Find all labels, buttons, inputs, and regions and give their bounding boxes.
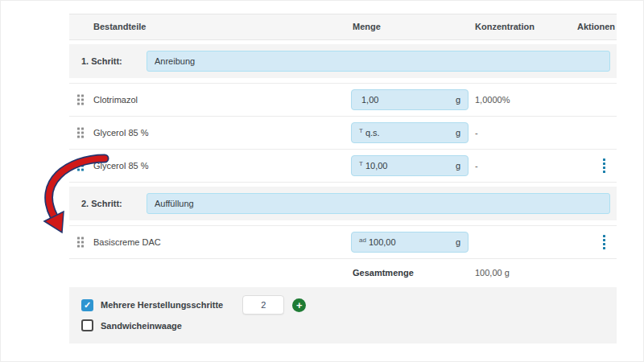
ingredient-row-glycerol-qs: Glycerol 85 % T q.s. g - — [69, 117, 617, 150]
ingredient-row-clotrimazol: Clotrimazol 1,00 g 1,0000% — [69, 83, 617, 117]
ingredient-name: Basiscreme DAC — [93, 237, 161, 247]
compounding-recipe-screen: Bestandteile Menge Konzentration Aktione… — [0, 0, 644, 362]
ingredients-table: Bestandteile Menge Konzentration Aktione… — [69, 14, 617, 286]
column-header-konzentration: Konzentration — [475, 14, 535, 39]
column-header-menge: Menge — [353, 14, 381, 39]
ingredient-name: Glycerol 85 % — [93, 161, 148, 171]
total-row: Gesamtmenge 100,00 g — [69, 259, 617, 286]
step-label: 1. Schritt: — [69, 56, 147, 66]
concentration-value: - — [475, 128, 478, 138]
total-label: Gesamtmenge — [353, 268, 414, 278]
drag-handle-icon[interactable] — [77, 237, 84, 248]
quantity-unit: g — [456, 128, 460, 138]
quantity-unit: g — [456, 237, 460, 247]
sandwich-checkbox[interactable] — [81, 319, 93, 331]
quantity-prefix: T — [359, 160, 363, 167]
total-value: 100,00 g — [475, 268, 510, 278]
drag-handle-icon[interactable] — [77, 161, 84, 171]
quantity-input[interactable]: T 10,00 g — [351, 155, 469, 176]
column-header-bestandteile: Bestandteile — [93, 14, 146, 39]
steps-count-input[interactable] — [242, 295, 284, 315]
options-panel: ✓ Mehrere Herstellungsschritte + Sandwic… — [69, 287, 617, 343]
quantity-input[interactable]: ad 100,00 g — [351, 232, 469, 253]
sandwich-label: Sandwicheinwaage — [101, 321, 182, 331]
multiple-steps-checkbox[interactable]: ✓ — [81, 299, 93, 311]
quantity-unit: g — [456, 161, 460, 171]
quantity-input[interactable]: T q.s. g — [351, 122, 469, 143]
step-name-input[interactable] — [147, 193, 610, 214]
concentration-value: 1,0000% — [475, 95, 510, 105]
quantity-unit: g — [456, 95, 460, 105]
step-label: 2. Schritt: — [69, 199, 147, 208]
multiple-steps-label: Mehrere Herstellungsschritte — [101, 300, 223, 310]
step-row-2: 2. Schritt: — [69, 187, 617, 220]
table-header-row: Bestandteile Menge Konzentration Aktione… — [69, 14, 617, 40]
column-header-aktionen: Aktionen — [577, 14, 615, 39]
ingredient-row-glycerol-10: Glycerol 85 % T 10,00 g - — [69, 150, 617, 183]
row-menu-icon[interactable] — [603, 235, 605, 249]
quantity-value: q.s. — [365, 128, 456, 138]
add-step-icon[interactable]: + — [292, 298, 306, 312]
quantity-value: 100,00 — [369, 237, 456, 247]
ingredient-row-basiscreme: Basiscreme DAC ad 100,00 g — [69, 225, 617, 259]
concentration-value: - — [475, 161, 478, 171]
sandwich-option: Sandwicheinwaage — [81, 319, 182, 331]
quantity-value: 1,00 — [361, 95, 456, 105]
row-menu-icon[interactable] — [603, 158, 605, 173]
step-name-input[interactable] — [147, 51, 610, 72]
quantity-prefix: ad — [359, 237, 366, 244]
quantity-prefix: T — [359, 127, 363, 134]
ingredient-name: Glycerol 85 % — [93, 128, 148, 138]
quantity-input[interactable]: 1,00 g — [351, 89, 469, 110]
step-row-1: 1. Schritt: — [69, 44, 617, 78]
quantity-value: 10,00 — [365, 161, 456, 171]
ingredient-name: Clotrimazol — [93, 95, 138, 105]
drag-handle-icon[interactable] — [77, 95, 84, 105]
drag-handle-icon[interactable] — [77, 128, 84, 138]
multiple-steps-option: ✓ Mehrere Herstellungsschritte + — [81, 295, 306, 315]
